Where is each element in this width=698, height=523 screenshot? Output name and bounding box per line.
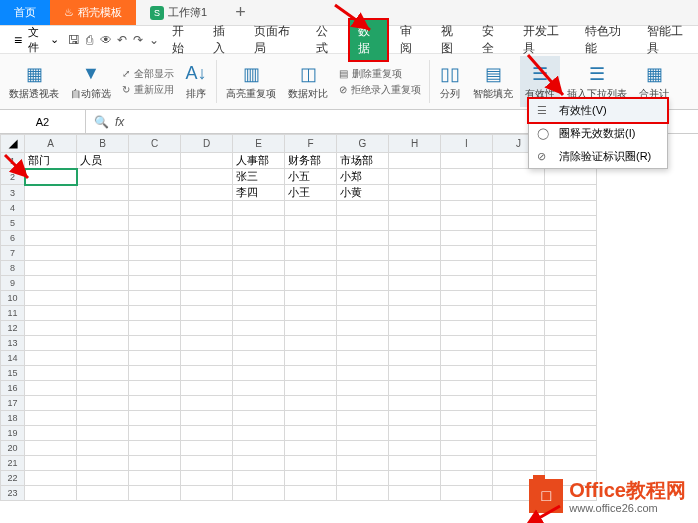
cell[interactable] xyxy=(181,306,233,321)
cell[interactable] xyxy=(285,201,337,216)
cell[interactable] xyxy=(181,396,233,411)
cell[interactable] xyxy=(389,381,441,396)
cell[interactable] xyxy=(181,336,233,351)
cell[interactable] xyxy=(441,216,493,231)
cell[interactable] xyxy=(493,396,545,411)
cell[interactable] xyxy=(441,246,493,261)
cell[interactable] xyxy=(77,216,129,231)
cell[interactable] xyxy=(25,381,77,396)
cell[interactable] xyxy=(545,185,597,201)
cell[interactable] xyxy=(77,336,129,351)
cell[interactable] xyxy=(285,261,337,276)
cell[interactable] xyxy=(77,396,129,411)
cell[interactable] xyxy=(77,201,129,216)
cell[interactable] xyxy=(285,216,337,231)
cell[interactable] xyxy=(389,471,441,486)
cell[interactable] xyxy=(285,366,337,381)
cell[interactable] xyxy=(129,456,181,471)
ribbon-text-to-col[interactable]: ▯▯ 分列 xyxy=(434,56,466,107)
cell[interactable] xyxy=(545,411,597,426)
cell[interactable] xyxy=(285,396,337,411)
cell[interactable] xyxy=(25,426,77,441)
search-icon[interactable]: 🔍 xyxy=(94,115,109,129)
cell[interactable] xyxy=(233,456,285,471)
cell[interactable] xyxy=(493,351,545,366)
cell[interactable] xyxy=(77,426,129,441)
row-header[interactable]: 18 xyxy=(1,411,25,426)
cell[interactable]: 财务部 xyxy=(285,153,337,169)
row-header[interactable]: 19 xyxy=(1,426,25,441)
cell[interactable] xyxy=(389,153,441,169)
cell[interactable] xyxy=(181,261,233,276)
cell[interactable] xyxy=(77,276,129,291)
save-icon[interactable]: 🖫 xyxy=(67,33,81,47)
cell[interactable] xyxy=(493,201,545,216)
cell[interactable] xyxy=(441,276,493,291)
cell[interactable] xyxy=(389,201,441,216)
cell[interactable] xyxy=(233,441,285,456)
cell[interactable] xyxy=(441,366,493,381)
cell[interactable] xyxy=(337,396,389,411)
cell[interactable] xyxy=(545,231,597,246)
menu-special[interactable]: 特色功能 xyxy=(576,19,636,61)
cell[interactable] xyxy=(77,261,129,276)
cell[interactable] xyxy=(285,426,337,441)
cell[interactable] xyxy=(493,246,545,261)
cell[interactable] xyxy=(545,246,597,261)
cell[interactable] xyxy=(233,321,285,336)
cell[interactable] xyxy=(129,471,181,486)
cell[interactable] xyxy=(389,411,441,426)
cell[interactable] xyxy=(441,351,493,366)
cell[interactable] xyxy=(545,456,597,471)
cell[interactable] xyxy=(233,486,285,501)
cell[interactable] xyxy=(441,471,493,486)
menu-view[interactable]: 视图 xyxy=(432,19,471,61)
cell[interactable] xyxy=(77,231,129,246)
cell[interactable] xyxy=(337,261,389,276)
cell[interactable] xyxy=(285,246,337,261)
cell[interactable] xyxy=(545,201,597,216)
col-header[interactable]: G xyxy=(337,135,389,153)
cell[interactable] xyxy=(389,216,441,231)
cell[interactable] xyxy=(233,231,285,246)
cell[interactable] xyxy=(493,426,545,441)
ribbon-show-all[interactable]: ⤢全部显示 xyxy=(118,66,178,82)
row-header[interactable]: 8 xyxy=(1,261,25,276)
col-header[interactable]: B xyxy=(77,135,129,153)
cell[interactable] xyxy=(493,456,545,471)
cell[interactable] xyxy=(545,351,597,366)
cell[interactable] xyxy=(25,351,77,366)
cell[interactable] xyxy=(441,306,493,321)
cell[interactable] xyxy=(233,471,285,486)
cell[interactable] xyxy=(181,351,233,366)
ribbon-highlight-dup[interactable]: ▥ 高亮重复项 xyxy=(221,56,281,107)
cell[interactable] xyxy=(77,321,129,336)
cell[interactable] xyxy=(181,456,233,471)
cell[interactable] xyxy=(337,426,389,441)
cell[interactable] xyxy=(493,261,545,276)
cell[interactable] xyxy=(181,471,233,486)
cell[interactable] xyxy=(337,321,389,336)
cell[interactable] xyxy=(233,201,285,216)
cell[interactable] xyxy=(441,381,493,396)
cell[interactable] xyxy=(181,231,233,246)
cell[interactable] xyxy=(129,321,181,336)
cell[interactable] xyxy=(337,456,389,471)
cell[interactable] xyxy=(129,276,181,291)
cell[interactable] xyxy=(545,276,597,291)
cell[interactable] xyxy=(25,471,77,486)
cell[interactable] xyxy=(337,336,389,351)
row-header[interactable]: 14 xyxy=(1,351,25,366)
cell[interactable] xyxy=(181,426,233,441)
preview-icon[interactable]: 👁 xyxy=(99,33,113,47)
cell[interactable] xyxy=(77,471,129,486)
cell[interactable] xyxy=(441,201,493,216)
cell[interactable] xyxy=(77,291,129,306)
cell[interactable] xyxy=(285,336,337,351)
cell[interactable] xyxy=(389,291,441,306)
cell[interactable] xyxy=(25,201,77,216)
cell[interactable] xyxy=(129,351,181,366)
cell[interactable] xyxy=(285,411,337,426)
cell[interactable] xyxy=(129,336,181,351)
cell[interactable] xyxy=(545,441,597,456)
